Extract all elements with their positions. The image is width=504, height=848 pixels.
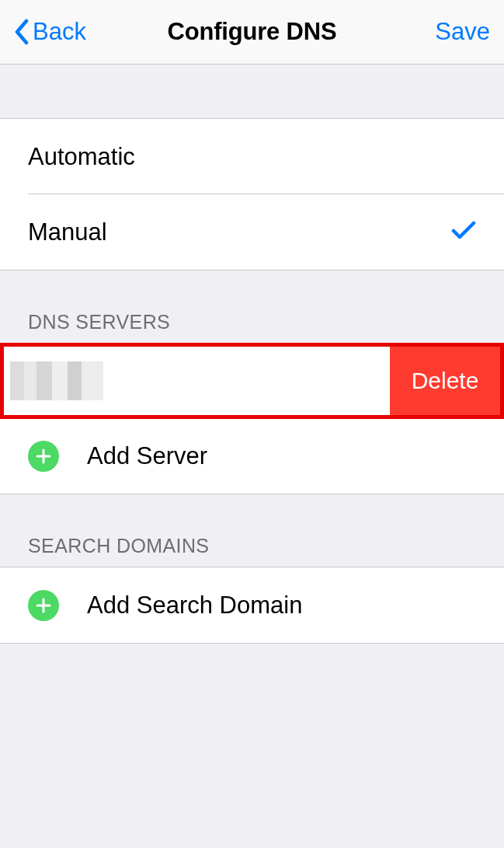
add-search-domain-label: Add Search Domain [87,592,302,619]
mode-automatic-label: Automatic [28,143,135,171]
redacted-content [10,361,103,400]
navigation-bar: Back Configure DNS Save [0,0,504,65]
add-search-domain-row[interactable]: Add Search Domain [0,567,504,643]
back-label: Back [33,18,86,46]
dns-servers-header: DNS SERVERS [0,270,504,343]
dns-server-value[interactable] [4,347,390,415]
search-domains-header: SEARCH DOMAINS [0,494,504,567]
search-domains-list: Add Search Domain [0,567,504,644]
add-server-label: Add Server [87,442,207,470]
mode-list: Automatic Manual [0,118,504,270]
mode-manual[interactable]: Manual [0,194,504,270]
plus-icon [28,590,59,621]
dns-servers-list: Delete Add Server [0,343,504,494]
section-spacer [0,65,504,118]
plus-icon [28,441,59,472]
chevron-left-icon [14,19,30,45]
back-button[interactable]: Back [14,18,86,46]
add-server-row[interactable]: Add Server [0,419,504,494]
save-button[interactable]: Save [435,18,490,46]
mode-automatic[interactable]: Automatic [0,119,504,194]
dns-server-row-highlighted: Delete [0,343,504,419]
dns-server-row[interactable]: Delete [4,347,500,415]
page-title: Configure DNS [168,18,337,46]
checkmark-icon [451,218,476,246]
delete-button[interactable]: Delete [390,347,500,415]
mode-manual-label: Manual [28,218,107,246]
